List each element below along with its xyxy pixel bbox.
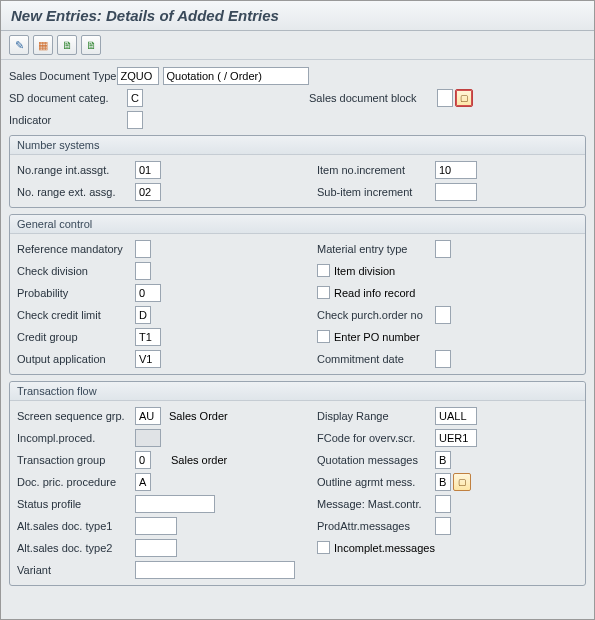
alt-sales1-label: Alt.sales doc. type1 [17, 520, 135, 532]
credit-group-label: Credit group [17, 331, 135, 343]
check-po-label: Check purch.order no [317, 309, 435, 321]
prodattr-input[interactable] [435, 517, 451, 535]
table-icon: ▦ [38, 39, 48, 52]
alt-sales2-label: Alt.sales doc. type2 [17, 542, 135, 554]
check-credit-label: Check credit limit [17, 309, 135, 321]
item-division-checkbox[interactable] [317, 264, 330, 277]
outline-agr-f4-button[interactable]: ▢ [453, 473, 471, 491]
message-mast-input[interactable] [435, 495, 451, 513]
screen-seq-input[interactable] [135, 407, 161, 425]
quotation-msg-label: Quotation messages [317, 454, 435, 466]
read-info-record-label: Read info record [334, 287, 415, 299]
item-division-label: Item division [334, 265, 395, 277]
transaction-flow-section: Transaction flow Screen sequence grp. Sa… [9, 381, 586, 586]
commitment-date-input[interactable] [435, 350, 451, 368]
no-range-int-label: No.range int.assgt. [17, 164, 135, 176]
message-mast-label: Message: Mast.contr. [317, 498, 435, 510]
toolbar-delimit-button[interactable]: ▦ [33, 35, 53, 55]
doc-next-icon: 🗎 [86, 39, 97, 51]
outline-agr-label: Outline agrmt mess. [317, 476, 435, 488]
doc-prev-icon: 🗎 [62, 39, 73, 51]
item-no-incr-input[interactable] [435, 161, 477, 179]
sd-doc-categ-label: SD document categ. [9, 92, 127, 104]
trans-group-input[interactable] [135, 451, 151, 469]
trans-group-desc: Sales order [171, 454, 227, 466]
probability-label: Probability [17, 287, 135, 299]
status-profile-input[interactable] [135, 495, 215, 513]
alt-sales2-input[interactable] [135, 539, 177, 557]
doc-pric-input[interactable] [135, 473, 151, 491]
incompl-proc-input [135, 429, 161, 447]
item-no-incr-label: Item no.increment [317, 164, 435, 176]
variant-input[interactable] [135, 561, 295, 579]
toolbar-next-button[interactable]: 🗎 [81, 35, 101, 55]
check-po-input[interactable] [435, 306, 451, 324]
alt-sales1-input[interactable] [135, 517, 177, 535]
probability-input[interactable] [135, 284, 161, 302]
trans-group-label: Transaction group [17, 454, 135, 466]
incomplet-messages-checkbox[interactable] [317, 541, 330, 554]
fcode-label: FCode for overv.scr. [317, 432, 435, 444]
toolbar-prev-button[interactable]: 🗎 [57, 35, 77, 55]
ref-mandatory-label: Reference mandatory [17, 243, 135, 255]
incompl-proc-label: Incompl.proced. [17, 432, 135, 444]
sales-doc-type-label: Sales Document Type [9, 70, 117, 82]
screen-seq-desc: Sales Order [169, 410, 228, 422]
read-info-record-checkbox[interactable] [317, 286, 330, 299]
sales-doc-block-label: Sales document block [309, 92, 437, 104]
indicator-input[interactable] [127, 111, 143, 129]
display-range-label: Display Range [317, 410, 435, 422]
check-credit-input[interactable] [135, 306, 151, 324]
sales-doc-type-desc-input[interactable] [163, 67, 309, 85]
title-bar: New Entries: Details of Added Entries [1, 1, 594, 31]
enter-po-number-checkbox[interactable] [317, 330, 330, 343]
sales-doc-type-input[interactable] [117, 67, 159, 85]
general-control-title: General control [10, 215, 585, 234]
output-app-input[interactable] [135, 350, 161, 368]
sd-doc-categ-input[interactable] [127, 89, 143, 107]
enter-po-number-label: Enter PO number [334, 331, 420, 343]
material-entry-label: Material entry type [317, 243, 435, 255]
material-entry-input[interactable] [435, 240, 451, 258]
sales-doc-block-f4-button[interactable]: ▢ [455, 89, 473, 107]
incomplet-messages-label: Incomplet.messages [334, 542, 435, 554]
no-range-ext-input[interactable] [135, 183, 161, 201]
transaction-flow-title: Transaction flow [10, 382, 585, 401]
number-systems-section: Number systems No.range int.assgt. Item … [9, 135, 586, 208]
screen-seq-label: Screen sequence grp. [17, 410, 135, 422]
content-area: Sales Document Type SD document categ. S… [1, 60, 594, 592]
display-range-input[interactable] [435, 407, 477, 425]
check-division-input[interactable] [135, 262, 151, 280]
fcode-input[interactable] [435, 429, 477, 447]
output-app-label: Output application [17, 353, 135, 365]
toolbar: ✎ ▦ 🗎 🗎 [1, 31, 594, 60]
variant-label: Variant [17, 564, 135, 576]
toolbar-config-button[interactable]: ✎ [9, 35, 29, 55]
no-range-ext-label: No. range ext. assg. [17, 186, 135, 198]
status-profile-label: Status profile [17, 498, 135, 510]
no-range-int-input[interactable] [135, 161, 161, 179]
outline-agr-input[interactable] [435, 473, 451, 491]
sub-item-incr-input[interactable] [435, 183, 477, 201]
search-help-icon: ▢ [460, 93, 469, 103]
general-control-section: General control Reference mandatory Mate… [9, 214, 586, 375]
credit-group-input[interactable] [135, 328, 161, 346]
wrench-icon: ✎ [15, 39, 24, 52]
number-systems-title: Number systems [10, 136, 585, 155]
indicator-label: Indicator [9, 114, 127, 126]
doc-pric-label: Doc. pric. procedure [17, 476, 135, 488]
quotation-msg-input[interactable] [435, 451, 451, 469]
page-title: New Entries: Details of Added Entries [11, 7, 584, 24]
prodattr-label: ProdAttr.messages [317, 520, 435, 532]
ref-mandatory-input[interactable] [135, 240, 151, 258]
sales-doc-block-input[interactable] [437, 89, 453, 107]
check-division-label: Check division [17, 265, 135, 277]
search-help-icon: ▢ [458, 477, 467, 487]
sub-item-incr-label: Sub-item increment [317, 186, 435, 198]
commitment-date-label: Commitment date [317, 353, 435, 365]
